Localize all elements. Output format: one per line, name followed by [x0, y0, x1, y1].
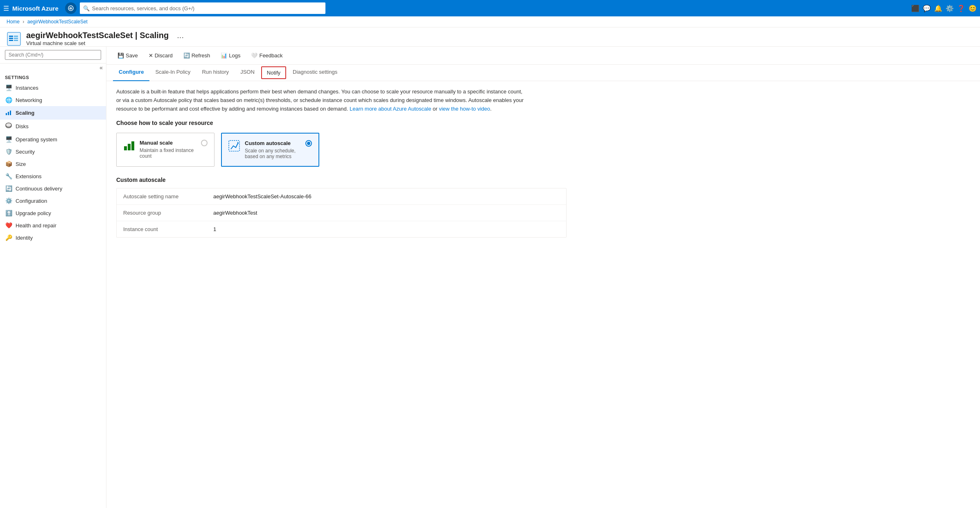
resource-icon — [7, 32, 21, 46]
settings-icon[interactable]: ⚙️ — [946, 5, 954, 12]
sidebar-item-label: Size — [16, 161, 26, 167]
collapse-sidebar-button[interactable]: « — [99, 64, 103, 71]
main-content: 💾 Save ✕ Discard 🔄 Refresh 📊 Logs 🤍 Feed… — [106, 47, 980, 508]
discard-icon: ✕ — [149, 52, 153, 59]
manual-scale-card[interactable]: Manual scale Maintain a fixed instance c… — [116, 133, 215, 167]
custom-autoscale-radio[interactable] — [305, 140, 312, 147]
page-title: aegirWebhookTestScaleSet | Scaling — [26, 31, 169, 40]
sidebar: « Settings 🖥️ Instances 🌐 Networking Sca… — [0, 47, 106, 508]
sidebar-search-input[interactable] — [5, 50, 101, 60]
terminal-icon[interactable]: ⬛ — [911, 5, 919, 12]
config-icon: ⚙️ — [5, 197, 12, 204]
manual-scale-desc: Maintain a fixed instance count — [140, 147, 196, 159]
sidebar-section-label: Settings — [0, 72, 106, 82]
help-icon[interactable]: ❓ — [957, 5, 965, 12]
autoscale-setting-name-label: Autoscale setting name — [123, 193, 213, 200]
svg-rect-3 — [9, 38, 13, 39]
feedback-button[interactable]: 🤍 Feedback — [246, 50, 287, 61]
sidebar-item-identity[interactable]: 🔑 Identity — [0, 231, 106, 244]
svg-rect-13 — [124, 146, 127, 150]
sidebar-item-security[interactable]: 🛡️ Security — [0, 145, 106, 158]
page-subtitle: Virtual machine scale set — [26, 40, 169, 46]
sidebar-item-operating-system[interactable]: 🖥️ Operating system — [0, 133, 106, 145]
sidebar-item-label: Networking — [16, 97, 42, 103]
sidebar-item-instances[interactable]: 🖥️ Instances — [0, 82, 106, 94]
sidebar-item-networking[interactable]: 🌐 Networking — [0, 94, 106, 106]
discard-button[interactable]: ✕ Discard — [144, 50, 177, 61]
brand-name: Microsoft Azure — [12, 5, 59, 12]
scaling-icon — [5, 109, 12, 117]
sidebar-item-health-and-repair[interactable]: ❤️ Health and repair — [0, 219, 106, 231]
sidebar-item-label: Health and repair — [16, 222, 56, 229]
bell-icon[interactable]: 🔔 — [934, 5, 942, 12]
svg-marker-17 — [237, 142, 239, 143]
tab-diagnostic-settings[interactable]: Diagnostic settings — [287, 65, 343, 81]
tab-notify[interactable]: Notify — [261, 66, 286, 79]
refresh-icon: 🔄 — [183, 52, 190, 59]
sidebar-item-scaling[interactable]: Scaling — [0, 106, 106, 120]
svg-rect-15 — [131, 141, 134, 150]
autoscale-section-title: Custom autoscale — [116, 177, 970, 183]
tab-scale-in-policy[interactable]: Scale-In Policy — [149, 65, 196, 81]
top-navigation: ☰ Microsoft Azure 🔍 Search resources, se… — [0, 0, 980, 16]
cd-icon: 🔄 — [5, 185, 12, 192]
svg-rect-6 — [14, 38, 18, 39]
manual-scale-radio[interactable] — [201, 140, 208, 146]
tab-bar: Configure Scale-In Policy Run history JS… — [106, 65, 980, 81]
identity-icon: 🔑 — [5, 234, 12, 241]
scale-section-title: Choose how to scale your resource — [116, 120, 970, 126]
sidebar-item-extensions[interactable]: 🔧 Extensions — [0, 170, 106, 182]
save-button[interactable]: 💾 Save — [113, 50, 142, 61]
tab-configure[interactable]: Configure — [113, 65, 149, 81]
health-icon: ❤️ — [5, 222, 12, 229]
sidebar-item-label: Operating system — [16, 136, 57, 143]
tab-json[interactable]: JSON — [235, 65, 260, 81]
user-icon[interactable]: 😊 — [969, 5, 977, 12]
sidebar-item-size[interactable]: 📦 Size — [0, 158, 106, 170]
learn-more-link[interactable]: Learn more about Azure Autoscale — [350, 106, 431, 112]
main-layout: « Settings 🖥️ Instances 🌐 Networking Sca… — [0, 47, 980, 508]
breadcrumb-home[interactable]: Home — [7, 19, 20, 25]
sidebar-search-container — [0, 47, 106, 64]
search-placeholder: Search resources, services, and docs (G+… — [92, 5, 194, 11]
nav-icons: ⬛ 💬 🔔 ⚙️ ❓ 😊 — [911, 5, 977, 12]
page-header: aegirWebhookTestScaleSet | Scaling Virtu… — [0, 27, 980, 47]
how-to-video-link[interactable]: view the how-to video — [439, 106, 490, 112]
more-options-button[interactable]: ··· — [177, 32, 184, 42]
logs-button[interactable]: 📊 Logs — [216, 50, 245, 61]
feedback-icon[interactable]: 💬 — [923, 5, 931, 12]
sidebar-item-disks[interactable]: Disks — [0, 120, 106, 133]
sidebar-item-continuous-delivery[interactable]: 🔄 Continuous delivery — [0, 182, 106, 195]
svg-rect-8 — [6, 113, 7, 115]
autoscale-details-table: Autoscale setting name aegirWebhookTestS… — [116, 188, 567, 238]
hamburger-menu[interactable]: ☰ — [3, 5, 9, 12]
scale-options-group: Manual scale Maintain a fixed instance c… — [116, 133, 970, 167]
sidebar-item-label: Disks — [16, 123, 29, 129]
os-icon: 🖥️ — [5, 136, 12, 143]
custom-autoscale-card[interactable]: Custom autoscale Scale on any schedule, … — [221, 133, 319, 167]
tab-run-history[interactable]: Run history — [196, 65, 235, 81]
sidebar-item-configuration[interactable]: ⚙️ Configuration — [0, 195, 106, 207]
sidebar-item-label: Instances — [16, 85, 38, 91]
svg-rect-5 — [14, 36, 18, 37]
global-search[interactable]: 🔍 Search resources, services, and docs (… — [80, 2, 325, 14]
manual-scale-icon — [123, 140, 135, 152]
svg-rect-2 — [9, 36, 13, 37]
sidebar-item-upgrade-policy[interactable]: ⬆️ Upgrade policy — [0, 207, 106, 219]
autoscale-description: Autoscale is a built-in feature that hel… — [116, 88, 526, 113]
toolbar: 💾 Save ✕ Discard 🔄 Refresh 📊 Logs 🤍 Feed… — [106, 47, 980, 65]
breadcrumb: Home › aegirWebhookTestScaleSet — [0, 16, 980, 27]
svg-rect-10 — [10, 111, 11, 115]
breadcrumb-resource[interactable]: aegirWebhookTestScaleSet — [27, 19, 88, 25]
sidebar-item-label: Scaling — [16, 110, 34, 116]
content-body: Autoscale is a built-in feature that hel… — [106, 81, 980, 244]
svg-rect-16 — [229, 141, 239, 151]
custom-autoscale-desc: Scale on any schedule, based on any metr… — [245, 148, 300, 159]
svg-rect-14 — [128, 144, 131, 150]
autoscale-setting-name-row: Autoscale setting name aegirWebhookTestS… — [117, 188, 566, 205]
refresh-button[interactable]: 🔄 Refresh — [179, 50, 215, 61]
manual-scale-title: Manual scale — [140, 140, 196, 146]
svg-point-12 — [6, 123, 11, 127]
search-icon: 🔍 — [83, 5, 90, 11]
security-icon: 🛡️ — [5, 148, 12, 155]
